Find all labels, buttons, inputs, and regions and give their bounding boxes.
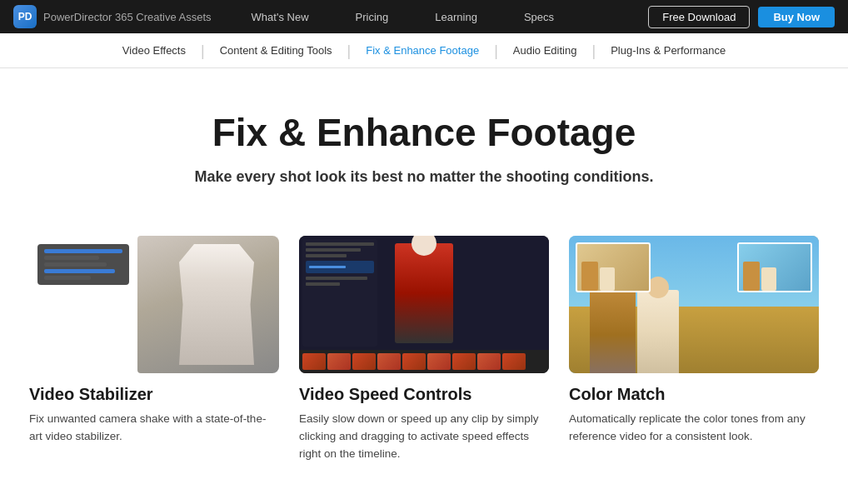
nav-whats-new[interactable]: What's New [228,0,332,33]
logo-icon: PD [13,5,37,28]
card2-description: Easily slow down or speed up any clip by… [299,411,549,463]
card3-title: Color Match [569,385,819,404]
card-video-stabilizer-image [29,236,279,373]
nav-pricing[interactable]: Pricing [332,0,412,33]
free-download-button[interactable]: Free Download [648,6,750,28]
subnav-plugins[interactable]: Plug-Ins & Performance [596,33,741,68]
subnav-content-editing[interactable]: Content & Editing Tools [205,33,347,68]
card1-title: Video Stabilizer [29,385,279,404]
hero-subtitle: Make every shot look its best no matter … [17,168,831,186]
nav-links: What's New Pricing Learning Specs [228,0,649,33]
card1-description: Fix unwanted camera shake with a state-o… [29,411,279,446]
logo-area[interactable]: PD PowerDirector 365 Creative Assets [13,5,212,28]
nav-buttons: Free Download Buy Now [648,6,835,28]
card-video-speed: Video Speed Controls Easily slow down or… [299,236,549,463]
card2-title: Video Speed Controls [299,385,549,404]
nav-learning[interactable]: Learning [412,0,501,33]
card-color-match-image [569,236,819,373]
card-color-match: Color Match Automatically replicate the … [569,236,819,463]
top-navigation: PD PowerDirector 365 Creative Assets Wha… [0,0,848,33]
subnav-video-effects[interactable]: Video Effects [107,33,201,68]
feature-cards: Video Stabilizer Fix unwanted camera sha… [0,211,848,497]
card-video-speed-image [299,236,549,373]
subnav-audio-editing[interactable]: Audio Editing [498,33,592,68]
card-video-stabilizer: Video Stabilizer Fix unwanted camera sha… [29,236,279,463]
buy-now-button[interactable]: Buy Now [758,7,835,27]
hero-section: Fix & Enhance Footage Make every shot lo… [0,68,848,211]
nav-specs[interactable]: Specs [501,0,577,33]
card1-ui-overlay [37,244,129,285]
hero-title: Fix & Enhance Footage [17,110,831,155]
card3-thumbnail2 [737,242,812,292]
card3-description: Automatically replicate the color tones … [569,411,819,446]
subnav-fix-enhance[interactable]: Fix & Enhance Footage [351,33,494,68]
logo-text: PowerDirector 365 Creative Assets [43,11,212,23]
card3-thumbnail1 [576,242,651,292]
sub-navigation: Video Effects | Content & Editing Tools … [0,33,848,68]
